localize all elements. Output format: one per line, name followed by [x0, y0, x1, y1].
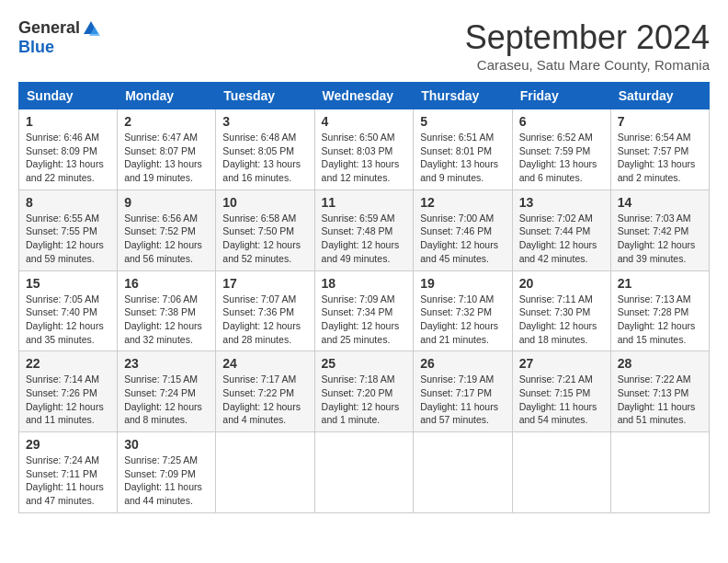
logo-general-text: General	[18, 18, 80, 38]
calendar-cell: 30Sunrise: 7:25 AM Sunset: 7:09 PM Dayli…	[118, 432, 216, 513]
calendar-cell: 29Sunrise: 7:24 AM Sunset: 7:11 PM Dayli…	[19, 432, 118, 513]
day-info: Sunrise: 7:02 AM Sunset: 7:44 PM Dayligh…	[519, 212, 604, 266]
calendar-week-3: 15Sunrise: 7:05 AM Sunset: 7:40 PM Dayli…	[19, 270, 710, 351]
day-header-friday: Friday	[512, 83, 610, 109]
calendar-cell: 26Sunrise: 7:19 AM Sunset: 7:17 PM Dayli…	[414, 351, 512, 432]
calendar-cell	[314, 432, 414, 513]
day-info: Sunrise: 7:15 AM Sunset: 7:24 PM Dayligh…	[124, 373, 209, 427]
day-number: 7	[618, 114, 702, 129]
day-number: 12	[420, 195, 505, 210]
day-number: 11	[322, 195, 407, 210]
day-info: Sunrise: 7:19 AM Sunset: 7:17 PM Dayligh…	[420, 373, 505, 427]
day-number: 20	[519, 276, 604, 291]
calendar-week-2: 8Sunrise: 6:55 AM Sunset: 7:55 PM Daylig…	[19, 190, 710, 270]
calendar-cell: 24Sunrise: 7:17 AM Sunset: 7:22 PM Dayli…	[216, 351, 314, 432]
day-number: 9	[124, 195, 209, 210]
day-number: 26	[420, 356, 505, 371]
day-header-saturday: Saturday	[610, 83, 709, 109]
day-number: 4	[322, 114, 407, 129]
day-info: Sunrise: 6:58 AM Sunset: 7:50 PM Dayligh…	[222, 212, 307, 266]
day-info: Sunrise: 7:11 AM Sunset: 7:30 PM Dayligh…	[519, 293, 604, 347]
day-info: Sunrise: 6:48 AM Sunset: 8:05 PM Dayligh…	[222, 131, 307, 185]
calendar-cell: 3Sunrise: 6:48 AM Sunset: 8:05 PM Daylig…	[216, 109, 314, 190]
calendar-cell: 20Sunrise: 7:11 AM Sunset: 7:30 PM Dayli…	[512, 270, 610, 351]
calendar-cell: 27Sunrise: 7:21 AM Sunset: 7:15 PM Dayli…	[512, 351, 610, 432]
logo-blue-text: Blue	[18, 38, 54, 57]
day-number: 27	[519, 356, 604, 371]
day-number: 29	[26, 437, 110, 452]
day-number: 21	[618, 276, 702, 291]
calendar-cell: 8Sunrise: 6:55 AM Sunset: 7:55 PM Daylig…	[19, 190, 118, 270]
calendar-cell: 2Sunrise: 6:47 AM Sunset: 8:07 PM Daylig…	[118, 109, 216, 190]
calendar-cell: 22Sunrise: 7:14 AM Sunset: 7:26 PM Dayli…	[19, 351, 118, 432]
calendar-cell	[414, 432, 512, 513]
day-info: Sunrise: 6:50 AM Sunset: 8:03 PM Dayligh…	[322, 131, 407, 185]
day-number: 23	[124, 356, 209, 371]
day-info: Sunrise: 7:09 AM Sunset: 7:34 PM Dayligh…	[322, 293, 407, 347]
day-info: Sunrise: 7:25 AM Sunset: 7:09 PM Dayligh…	[124, 454, 209, 508]
calendar-week-1: 1Sunrise: 6:46 AM Sunset: 8:09 PM Daylig…	[19, 109, 710, 190]
day-number: 10	[222, 195, 307, 210]
calendar-cell: 25Sunrise: 7:18 AM Sunset: 7:20 PM Dayli…	[314, 351, 414, 432]
day-info: Sunrise: 6:54 AM Sunset: 7:57 PM Dayligh…	[618, 131, 702, 185]
calendar-cell: 6Sunrise: 6:52 AM Sunset: 7:59 PM Daylig…	[512, 109, 610, 190]
day-info: Sunrise: 6:56 AM Sunset: 7:52 PM Dayligh…	[124, 212, 209, 266]
calendar-cell: 18Sunrise: 7:09 AM Sunset: 7:34 PM Dayli…	[314, 270, 414, 351]
day-info: Sunrise: 6:46 AM Sunset: 8:09 PM Dayligh…	[26, 131, 110, 185]
calendar-cell	[512, 432, 610, 513]
day-info: Sunrise: 7:18 AM Sunset: 7:20 PM Dayligh…	[322, 373, 407, 427]
calendar-cell: 28Sunrise: 7:22 AM Sunset: 7:13 PM Dayli…	[610, 351, 709, 432]
day-number: 13	[519, 195, 604, 210]
day-number: 6	[519, 114, 604, 129]
header: General Blue September 2024 Caraseu, Sat…	[18, 18, 710, 73]
day-header-sunday: Sunday	[19, 83, 118, 109]
day-number: 24	[222, 356, 307, 371]
day-number: 25	[322, 356, 407, 371]
calendar-cell: 10Sunrise: 6:58 AM Sunset: 7:50 PM Dayli…	[216, 190, 314, 270]
day-info: Sunrise: 7:03 AM Sunset: 7:42 PM Dayligh…	[618, 212, 702, 266]
calendar-cell	[610, 432, 709, 513]
day-info: Sunrise: 6:51 AM Sunset: 8:01 PM Dayligh…	[420, 131, 505, 185]
calendar-cell: 21Sunrise: 7:13 AM Sunset: 7:28 PM Dayli…	[610, 270, 709, 351]
day-number: 3	[222, 114, 307, 129]
calendar-cell: 13Sunrise: 7:02 AM Sunset: 7:44 PM Dayli…	[512, 190, 610, 270]
calendar-cell: 5Sunrise: 6:51 AM Sunset: 8:01 PM Daylig…	[414, 109, 512, 190]
day-header-monday: Monday	[118, 83, 216, 109]
day-number: 1	[26, 114, 110, 129]
day-number: 15	[26, 276, 110, 291]
calendar-cell: 14Sunrise: 7:03 AM Sunset: 7:42 PM Dayli…	[610, 190, 709, 270]
day-info: Sunrise: 7:07 AM Sunset: 7:36 PM Dayligh…	[222, 293, 307, 347]
day-info: Sunrise: 7:10 AM Sunset: 7:32 PM Dayligh…	[420, 293, 505, 347]
day-info: Sunrise: 7:17 AM Sunset: 7:22 PM Dayligh…	[222, 373, 307, 427]
day-info: Sunrise: 7:13 AM Sunset: 7:28 PM Dayligh…	[618, 293, 702, 347]
calendar-cell: 16Sunrise: 7:06 AM Sunset: 7:38 PM Dayli…	[118, 270, 216, 351]
day-info: Sunrise: 7:05 AM Sunset: 7:40 PM Dayligh…	[26, 293, 110, 347]
day-info: Sunrise: 7:06 AM Sunset: 7:38 PM Dayligh…	[124, 293, 209, 347]
day-info: Sunrise: 7:22 AM Sunset: 7:13 PM Dayligh…	[618, 373, 702, 427]
calendar-cell: 1Sunrise: 6:46 AM Sunset: 8:09 PM Daylig…	[19, 109, 118, 190]
calendar-cell: 23Sunrise: 7:15 AM Sunset: 7:24 PM Dayli…	[118, 351, 216, 432]
calendar-cell	[216, 432, 314, 513]
calendar-cell: 9Sunrise: 6:56 AM Sunset: 7:52 PM Daylig…	[118, 190, 216, 270]
calendar-cell: 15Sunrise: 7:05 AM Sunset: 7:40 PM Dayli…	[19, 270, 118, 351]
calendar-header-row: SundayMondayTuesdayWednesdayThursdayFrid…	[19, 83, 710, 109]
calendar-week-5: 29Sunrise: 7:24 AM Sunset: 7:11 PM Dayli…	[19, 432, 710, 513]
day-info: Sunrise: 7:14 AM Sunset: 7:26 PM Dayligh…	[26, 373, 110, 427]
logo-icon	[82, 19, 100, 38]
day-number: 17	[222, 276, 307, 291]
calendar-week-4: 22Sunrise: 7:14 AM Sunset: 7:26 PM Dayli…	[19, 351, 710, 432]
calendar-cell: 4Sunrise: 6:50 AM Sunset: 8:03 PM Daylig…	[314, 109, 414, 190]
day-header-thursday: Thursday	[414, 83, 512, 109]
day-number: 19	[420, 276, 505, 291]
day-header-tuesday: Tuesday	[216, 83, 314, 109]
logo: General Blue	[18, 18, 100, 57]
day-number: 8	[26, 195, 110, 210]
day-info: Sunrise: 6:59 AM Sunset: 7:48 PM Dayligh…	[322, 212, 407, 266]
calendar-cell: 17Sunrise: 7:07 AM Sunset: 7:36 PM Dayli…	[216, 270, 314, 351]
calendar-cell: 12Sunrise: 7:00 AM Sunset: 7:46 PM Dayli…	[414, 190, 512, 270]
day-number: 22	[26, 356, 110, 371]
calendar: SundayMondayTuesdayWednesdayThursdayFrid…	[18, 82, 710, 513]
title-area: September 2024 Caraseu, Satu Mare County…	[465, 18, 710, 73]
day-number: 16	[124, 276, 209, 291]
month-title: September 2024	[465, 18, 710, 57]
